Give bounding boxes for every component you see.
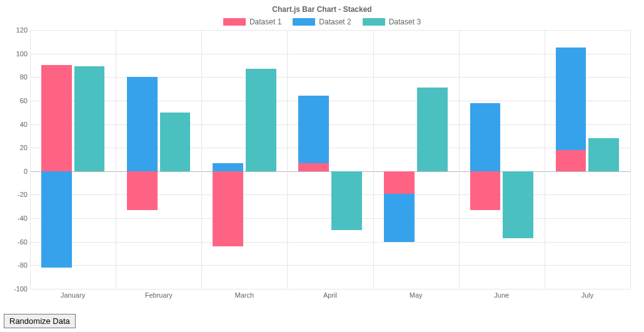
y-tick-label: 60 <box>9 97 28 104</box>
bar-segment[interactable] <box>74 66 105 171</box>
gridline <box>30 148 630 148</box>
legend-item-dataset-1[interactable]: Dataset 1 <box>223 18 281 26</box>
x-tick-label: May <box>410 291 423 299</box>
chart-title: Chart.js Bar Chart - Stacked <box>11 5 633 14</box>
gridline <box>30 54 630 54</box>
x-tick-label: April <box>323 291 337 299</box>
x-tick-label: January <box>61 291 85 299</box>
y-tick-label: 120 <box>9 26 28 34</box>
plot-area: -100-80-60-40-20020406080100120 JanuaryF… <box>30 30 630 299</box>
gridline <box>30 101 630 101</box>
legend: Dataset 1 Dataset 2 Dataset 3 <box>11 18 633 26</box>
bar-segment[interactable] <box>470 103 501 171</box>
chart-container: Chart.js Bar Chart - Stacked Dataset 1 D… <box>0 0 644 299</box>
y-tick-label: 0 <box>9 168 28 175</box>
gridline <box>30 171 630 172</box>
bar-segment[interactable] <box>331 171 362 230</box>
bar-segment[interactable] <box>503 171 533 238</box>
plot-inner: -100-80-60-40-20020406080100120 <box>30 30 630 289</box>
legend-label-2: Dataset 2 <box>319 18 351 26</box>
legend-label-3: Dataset 3 <box>389 18 421 26</box>
legend-swatch-3 <box>363 18 385 26</box>
bar-segment[interactable] <box>127 171 158 210</box>
bar-segment[interactable] <box>298 96 329 163</box>
bar-segment[interactable] <box>213 171 243 246</box>
bar-segment[interactable] <box>213 163 243 171</box>
gridline-vertical <box>287 30 288 289</box>
bar-segment[interactable] <box>41 171 72 268</box>
gridline-vertical <box>116 30 116 289</box>
y-tick-label: 40 <box>9 121 28 128</box>
legend-swatch-2 <box>293 18 315 26</box>
gridline-vertical <box>30 30 31 289</box>
bar-segment[interactable] <box>556 48 586 150</box>
randomize-data-button[interactable]: Randomize Data <box>4 314 76 328</box>
gridline <box>30 77 630 78</box>
bar-segment[interactable] <box>127 77 158 171</box>
x-axis-labels: JanuaryFebruaryMarchAprilMayJuneJuly <box>30 291 630 301</box>
bar-segment[interactable] <box>588 138 619 171</box>
legend-item-dataset-3[interactable]: Dataset 3 <box>363 18 421 26</box>
button-row: Randomize Data <box>4 314 76 328</box>
y-tick-label: 80 <box>9 73 28 81</box>
y-tick-label: -60 <box>9 238 28 246</box>
x-tick-label: February <box>145 291 173 299</box>
y-tick-label: 20 <box>9 144 28 151</box>
bar-segment[interactable] <box>384 194 415 242</box>
bar-segment[interactable] <box>160 113 191 171</box>
y-tick-label: -20 <box>9 191 28 198</box>
gridline-vertical <box>373 30 374 289</box>
gridline-vertical <box>545 30 545 289</box>
gridline <box>30 265 630 266</box>
gridline <box>30 124 630 125</box>
legend-swatch-1 <box>223 18 246 26</box>
bar-segment[interactable] <box>41 65 72 171</box>
y-tick-label: -40 <box>9 214 28 222</box>
bar-segment[interactable] <box>246 69 276 171</box>
gridline-vertical <box>459 30 460 289</box>
gridline <box>30 194 630 195</box>
x-tick-label: June <box>494 291 509 299</box>
legend-item-dataset-2[interactable]: Dataset 2 <box>293 18 351 26</box>
gridline-vertical <box>630 30 631 289</box>
bar-segment[interactable] <box>384 171 415 194</box>
gridline <box>30 242 630 243</box>
x-tick-label: March <box>235 291 254 299</box>
bar-segment[interactable] <box>298 163 329 171</box>
bar-segment[interactable] <box>470 171 501 210</box>
y-tick-label: -80 <box>9 261 28 269</box>
bar-segment[interactable] <box>417 88 448 171</box>
y-tick-label: 100 <box>9 50 28 58</box>
y-tick-label: -100 <box>9 285 28 293</box>
gridline <box>30 218 630 219</box>
gridline <box>30 30 630 31</box>
gridline-vertical <box>201 30 202 289</box>
x-tick-label: July <box>581 291 594 299</box>
bar-segment[interactable] <box>556 150 586 171</box>
gridline <box>30 289 630 289</box>
legend-label-1: Dataset 1 <box>249 18 281 26</box>
